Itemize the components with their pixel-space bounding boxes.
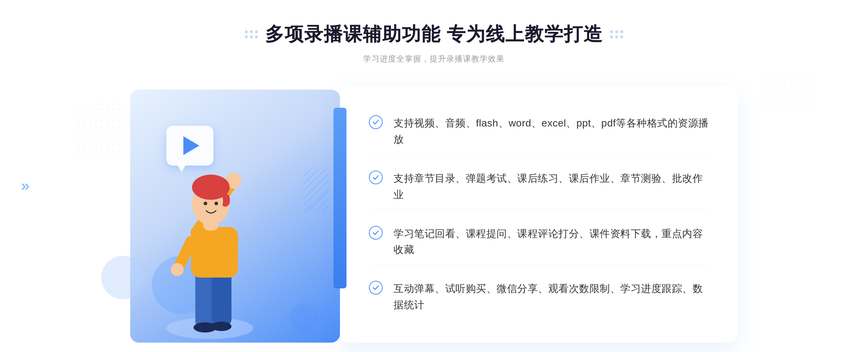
feature-item-2: 支持章节目录、弹题考试、课后练习、课后作业、章节测验、批改作业 [369, 163, 709, 211]
feature-text-2: 支持章节目录、弹题考试、课后练习、课后作业、章节测验、批改作业 [393, 171, 709, 203]
deco-dot [245, 35, 248, 38]
subtitle: 学习进度全掌握，提升录播课教学效果 [245, 53, 623, 64]
svg-line-7 [315, 198, 329, 213]
chevron-left-decoration: » [21, 177, 26, 194]
illustration-card [130, 90, 340, 343]
deco-dot [250, 35, 253, 38]
feature-text-1: 支持视频、音频、flash、word、excel、ppt、pdf等各种格式的资源… [393, 115, 709, 148]
content-area: 支持视频、音频、flash、word、excel、ppt、pdf等各种格式的资源… [130, 86, 738, 343]
deco-circle-left [101, 256, 145, 299]
deco-dot [245, 30, 248, 33]
header-deco-left [245, 30, 258, 38]
circle-blue-medium [289, 303, 318, 332]
blue-bar-decoration [333, 108, 346, 288]
deco-dot [620, 35, 623, 38]
feature-text-4: 互动弹幕、试听购买、微信分享、观看次数限制、学习进度跟踪、数据统计 [393, 281, 709, 313]
deco-dot [610, 35, 613, 38]
feature-item-4: 互动弹幕、试听购买、微信分享、观看次数限制、学习进度跟踪、数据统计 [369, 274, 709, 321]
svg-line-8 [322, 205, 329, 213]
svg-point-24 [214, 202, 218, 205]
check-icon-1 [369, 115, 383, 129]
svg-point-23 [204, 202, 207, 205]
svg-point-19 [171, 263, 184, 276]
page-wrapper: » 多项录播课辅助功能 专为线上教学打造 [0, 0, 868, 352]
stripe-decoration [304, 169, 329, 213]
deco-dot [615, 30, 618, 33]
svg-line-0 [304, 169, 311, 176]
check-icon-3 [369, 226, 383, 240]
person-illustration [159, 140, 268, 343]
feature-item-3: 学习笔记回看、课程提问、课程评论打分、课件资料下载，重点内容收藏 [369, 219, 709, 266]
svg-point-13 [211, 322, 231, 331]
header-deco-right [610, 30, 623, 38]
deco-dot [615, 35, 618, 38]
deco-dot [255, 35, 258, 38]
svg-line-18 [179, 241, 191, 267]
feature-text-3: 学习笔记回看、课程提问、课程评论打分、课件资料下载，重点内容收藏 [393, 226, 709, 258]
deco-dot [250, 30, 253, 33]
check-icon-4 [369, 281, 383, 295]
dot-pattern-left [76, 101, 134, 159]
deco-dot [620, 30, 623, 33]
dot-pattern-right-top [760, 72, 810, 116]
svg-line-1 [304, 169, 318, 184]
deco-dot [255, 30, 258, 33]
header-section: 多项录播课辅助功能 专为线上教学打造 学习进度全掌握，提升录播课教学效果 [245, 22, 623, 64]
check-icon-2 [369, 171, 383, 184]
feature-item-1: 支持视频、音频、flash、word、excel、ppt、pdf等各种格式的资源… [369, 108, 709, 155]
svg-rect-11 [212, 270, 231, 326]
title-row: 多项录播课辅助功能 专为线上教学打造 [245, 22, 623, 47]
main-title: 多项录播课辅助功能 专为线上教学打造 [265, 22, 603, 47]
features-panel: 支持视频、音频、flash、word、excel、ppt、pdf等各种格式的资源… [340, 86, 738, 343]
deco-dot [610, 30, 613, 33]
